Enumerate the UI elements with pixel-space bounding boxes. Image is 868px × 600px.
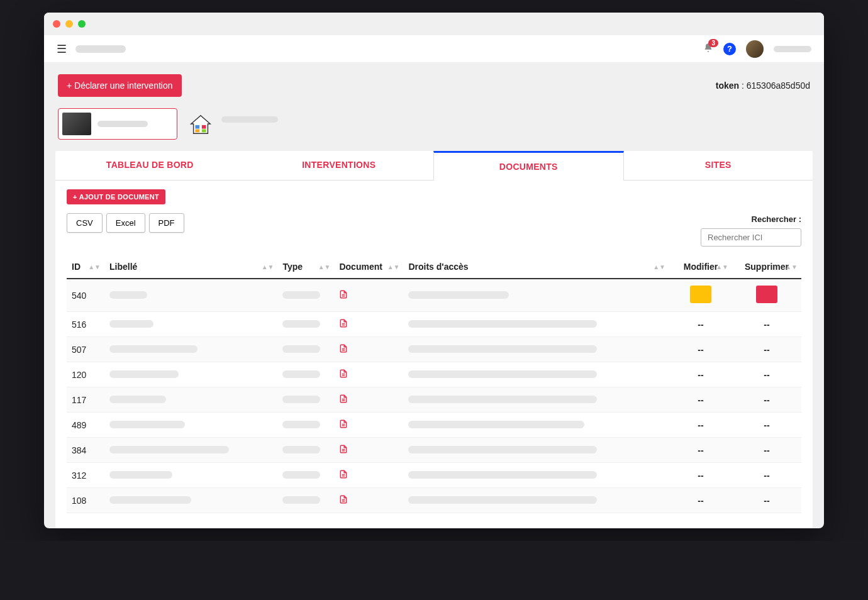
cell-type-placeholder	[282, 345, 320, 353]
cell-droits-placeholder	[408, 320, 597, 328]
edit-button[interactable]	[690, 286, 711, 303]
svg-rect-1	[202, 125, 206, 129]
app-header: ☰ 3 ?	[44, 35, 824, 63]
cell-type-placeholder	[282, 421, 320, 428]
cell-id: 117	[67, 387, 104, 413]
table-row: 117----	[67, 387, 801, 413]
search-input[interactable]	[701, 228, 801, 247]
col-id[interactable]: ID▲▼	[67, 255, 104, 279]
tab-documents[interactable]: DOCUMENTS	[433, 151, 624, 181]
col-libelle[interactable]: Libellé▲▼	[104, 255, 277, 279]
tab-dashboard[interactable]: TABLEAU DE BORD	[55, 151, 245, 181]
token-display: token : 615306a85d50d	[716, 81, 810, 91]
documents-table: ID▲▼ Libellé▲▼ Type▲▼ Document▲▼ Droits …	[67, 255, 801, 513]
export-buttons: CSV Excel PDF	[67, 213, 184, 233]
document-icon[interactable]	[339, 320, 348, 330]
tab-interventions[interactable]: INTERVENTIONS	[245, 151, 434, 181]
cell-libelle-placeholder	[109, 345, 198, 353]
cell-id: 120	[67, 362, 104, 387]
window-min-dot[interactable]	[65, 20, 73, 28]
cell-type-placeholder	[282, 291, 320, 299]
add-document-button[interactable]: + AJOUT DE DOCUMENT	[67, 189, 165, 204]
svg-rect-3	[202, 130, 206, 133]
col-type[interactable]: Type▲▼	[277, 255, 334, 279]
cell-id: 108	[67, 488, 104, 513]
delete-disabled: --	[732, 413, 801, 438]
tile-label-placeholder	[97, 121, 148, 127]
export-excel-button[interactable]: Excel	[106, 213, 145, 233]
col-supprimer[interactable]: Supprimer▲▼	[732, 255, 801, 279]
cell-droits-placeholder	[408, 471, 597, 479]
cell-type-placeholder	[282, 446, 320, 453]
table-row: 384----	[67, 438, 801, 463]
document-icon[interactable]	[339, 345, 348, 355]
edit-disabled: --	[669, 362, 732, 387]
cell-droits-placeholder	[408, 496, 597, 504]
document-icon[interactable]	[339, 421, 348, 431]
declare-intervention-button[interactable]: + Déclarer une intervention	[58, 74, 182, 97]
cell-id: 507	[67, 337, 104, 362]
token-label: token	[716, 81, 739, 91]
document-icon[interactable]	[339, 496, 348, 506]
avatar[interactable]	[746, 40, 764, 58]
window-max-dot[interactable]	[78, 20, 86, 28]
col-droits[interactable]: Droits d'accès▲▼	[403, 255, 669, 279]
username-placeholder	[774, 46, 811, 52]
document-icon[interactable]	[339, 471, 348, 481]
document-icon[interactable]	[339, 446, 348, 456]
hamburger-icon[interactable]: ☰	[57, 42, 67, 56]
cell-libelle-placeholder	[109, 396, 166, 403]
delete-disabled: --	[732, 488, 801, 513]
cell-libelle-placeholder	[109, 496, 191, 504]
delete-disabled: --	[732, 463, 801, 488]
export-pdf-button[interactable]: PDF	[149, 213, 184, 233]
delete-disabled: --	[732, 312, 801, 337]
cell-libelle-placeholder	[109, 291, 147, 299]
tile-selected[interactable]	[58, 108, 177, 140]
notifications-button[interactable]: 3	[703, 43, 713, 55]
house-icon	[189, 112, 213, 136]
delete-disabled: --	[732, 362, 801, 387]
help-button[interactable]: ?	[723, 43, 736, 55]
export-csv-button[interactable]: CSV	[67, 213, 103, 233]
cell-droits-placeholder	[408, 345, 597, 353]
document-icon[interactable]	[339, 396, 348, 406]
cell-id: 540	[67, 279, 104, 312]
table-row: 540	[67, 279, 801, 312]
tile-house[interactable]	[189, 112, 278, 136]
tile-thumbnail	[62, 113, 91, 135]
cell-type-placeholder	[282, 370, 320, 378]
window-close-dot[interactable]	[53, 20, 60, 28]
col-document[interactable]: Document▲▼	[334, 255, 403, 279]
cell-droits-placeholder	[408, 370, 597, 378]
delete-button[interactable]	[756, 286, 777, 303]
titlebar	[44, 13, 824, 35]
app-window: ☰ 3 ? + Déclarer une intervention token …	[44, 13, 824, 528]
edit-disabled: --	[669, 387, 732, 413]
edit-disabled: --	[669, 438, 732, 463]
table-row: 120----	[67, 362, 801, 387]
topbar: + Déclarer une intervention token : 6153…	[44, 63, 824, 108]
notif-badge: 3	[708, 39, 718, 47]
cell-type-placeholder	[282, 320, 320, 328]
table-row: 312----	[67, 463, 801, 488]
tab-bar: TABLEAU DE BORD INTERVENTIONS DOCUMENTS …	[55, 151, 813, 181]
document-icon[interactable]	[339, 291, 348, 301]
table-row: 516----	[67, 312, 801, 337]
cell-type-placeholder	[282, 396, 320, 403]
cell-id: 489	[67, 413, 104, 438]
svg-rect-0	[195, 125, 199, 129]
document-icon[interactable]	[339, 370, 348, 381]
edit-disabled: --	[669, 337, 732, 362]
search-label: Rechercher :	[752, 214, 801, 224]
tab-sites[interactable]: SITES	[624, 151, 813, 181]
cell-id: 516	[67, 312, 104, 337]
token-value: 615306a85d50d	[747, 81, 810, 91]
col-modifier[interactable]: Modifier▲▼	[669, 255, 732, 279]
edit-disabled: --	[669, 312, 732, 337]
cell-libelle-placeholder	[109, 370, 179, 378]
cell-id: 312	[67, 463, 104, 488]
tile-house-label-placeholder	[221, 116, 278, 123]
delete-disabled: --	[732, 387, 801, 413]
tab-body: + AJOUT DE DOCUMENT CSV Excel PDF Recher…	[55, 181, 813, 522]
